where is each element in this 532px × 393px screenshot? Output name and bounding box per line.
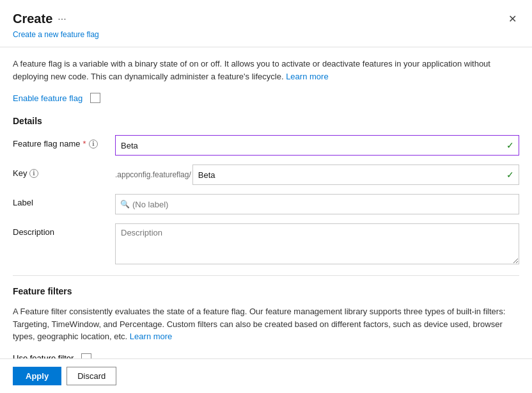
- learn-more-link-1[interactable]: Learn more: [286, 72, 328, 81]
- description-row: Description: [13, 223, 519, 266]
- key-row: Key ℹ .appconfig.featureflag/ ✓: [13, 164, 519, 185]
- description-text: A feature flag is a variable with a bina…: [13, 58, 519, 83]
- panel-body: A feature flag is a variable with a bina…: [0, 47, 532, 387]
- apply-button[interactable]: Apply: [13, 367, 61, 385]
- key-input-wrap: ✓: [192, 164, 519, 185]
- label-input[interactable]: [115, 194, 519, 214]
- feature-flag-name-row: Feature flag name * ℹ ✓: [13, 135, 519, 156]
- label-row: Label 🔍: [13, 194, 519, 214]
- enable-label: Enable feature flag: [13, 93, 82, 103]
- details-section-title: Details: [13, 116, 519, 126]
- label-search-icon: 🔍: [120, 200, 130, 209]
- key-prefix: .appconfig.featureflag/: [115, 170, 192, 179]
- key-info-icon[interactable]: ℹ: [29, 169, 38, 178]
- key-check-icon: ✓: [506, 170, 514, 180]
- close-button[interactable]: ✕: [506, 10, 519, 28]
- required-star: *: [83, 139, 86, 148]
- key-row-inner: .appconfig.featureflag/ ✓: [115, 164, 519, 185]
- description-textarea[interactable]: [115, 223, 519, 264]
- key-input[interactable]: [192, 164, 519, 185]
- description-label: Description: [13, 223, 115, 237]
- feature-flag-name-label: Feature flag name * ℹ: [13, 135, 115, 148]
- feature-name-check-icon: ✓: [506, 140, 514, 150]
- feature-flag-name-wrap: ✓: [115, 135, 519, 156]
- description-wrap: [115, 223, 519, 266]
- filters-section-title: Feature filters: [13, 286, 519, 296]
- filters-divider: [13, 275, 519, 276]
- enable-row: Enable feature flag: [13, 93, 519, 103]
- feature-name-info-icon[interactable]: ℹ: [89, 140, 98, 148]
- footer: Apply Discard: [0, 358, 532, 393]
- enable-checkbox[interactable]: [90, 93, 100, 103]
- panel-header: Create ··· ✕: [0, 0, 532, 30]
- create-panel: Create ··· ✕ Create a new feature flag A…: [0, 0, 532, 393]
- feature-flag-name-input[interactable]: [115, 135, 519, 156]
- panel-subtitle[interactable]: Create a new feature flag: [0, 30, 532, 47]
- key-label: Key ℹ: [13, 164, 115, 178]
- label-wrap: 🔍: [115, 194, 519, 214]
- label-label: Label: [13, 194, 115, 207]
- ellipsis-icon[interactable]: ···: [58, 13, 66, 25]
- key-wrap: .appconfig.featureflag/ ✓: [115, 164, 519, 185]
- close-icon: ✕: [508, 13, 517, 25]
- title-row: Create ···: [13, 12, 66, 26]
- discard-button[interactable]: Discard: [66, 367, 116, 385]
- panel-title: Create: [13, 12, 52, 26]
- learn-more-link-2[interactable]: Learn more: [130, 332, 172, 341]
- filters-description: A Feature filter consistently evaluates …: [13, 305, 519, 343]
